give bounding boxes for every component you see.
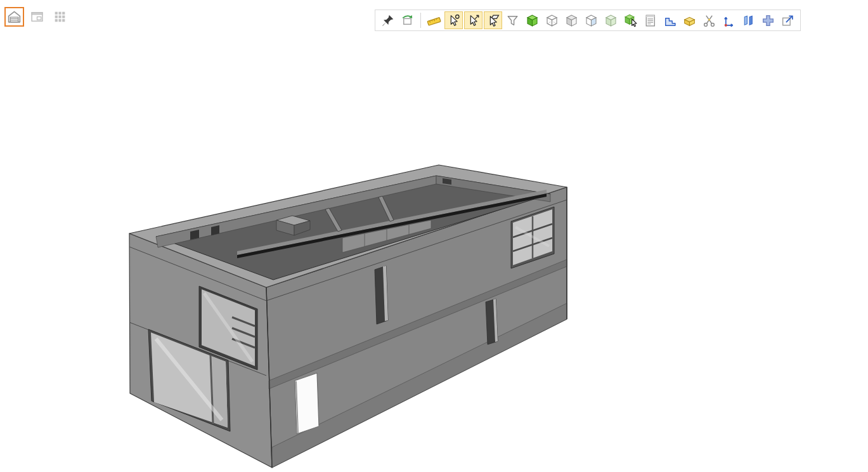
cut-button[interactable] <box>700 11 718 29</box>
wireframe-view-button[interactable] <box>543 11 561 29</box>
export-icon <box>781 13 795 28</box>
drawer-icon <box>682 13 697 28</box>
section-icon <box>663 13 677 28</box>
main-toolbar <box>375 10 801 31</box>
cube-half-icon <box>564 13 579 28</box>
slit-window-1 <box>375 266 388 324</box>
building-model <box>129 165 567 468</box>
model-view-button[interactable] <box>4 7 24 27</box>
face-view-button[interactable] <box>582 11 600 29</box>
toolbar-divider <box>420 13 421 28</box>
add-button[interactable] <box>759 11 777 29</box>
select-face-button[interactable] <box>484 11 502 29</box>
filter-button[interactable] <box>503 11 522 29</box>
cursor-move-icon <box>466 13 481 28</box>
grid-icon <box>53 10 67 24</box>
schedule-icon <box>643 13 657 28</box>
axes-button[interactable] <box>720 11 738 29</box>
3d-viewport[interactable] <box>0 0 868 472</box>
orbit-icon <box>400 13 415 28</box>
cube-face-icon <box>584 13 599 28</box>
filter-icon <box>505 13 520 28</box>
shaded-view-button[interactable] <box>602 11 620 29</box>
select-solid-button[interactable] <box>621 11 640 29</box>
cube-wire-icon <box>545 13 559 28</box>
orbit-button[interactable] <box>398 11 417 29</box>
pin-icon <box>380 13 395 28</box>
slit-window-2 <box>486 299 498 344</box>
sheet-icon <box>30 10 44 24</box>
schedule-button[interactable] <box>641 11 659 29</box>
measure-button[interactable] <box>425 11 443 29</box>
solid-view-button[interactable] <box>523 11 541 29</box>
panels-button[interactable] <box>739 11 758 29</box>
door-opening <box>295 373 319 434</box>
cube-cursor-icon <box>623 13 638 28</box>
plus-icon <box>761 13 775 28</box>
cube-solid-icon <box>525 13 540 28</box>
select-rotate-button[interactable] <box>444 11 463 29</box>
export-button[interactable] <box>779 11 797 29</box>
axes-icon <box>722 13 736 28</box>
select-move-button[interactable] <box>464 11 483 29</box>
hidden-line-view-button[interactable] <box>562 11 581 29</box>
storey-button[interactable] <box>680 11 699 29</box>
grid-view-button[interactable] <box>50 7 70 27</box>
cursor-face-icon <box>486 13 500 28</box>
sheet-view-button[interactable] <box>27 7 47 27</box>
scissors-icon <box>702 13 716 28</box>
section-button[interactable] <box>661 11 679 29</box>
cursor-rotate-icon <box>446 13 461 28</box>
building-icon <box>7 10 22 24</box>
cube-shaded-icon <box>604 13 618 28</box>
view-switcher-toolbar <box>4 7 70 27</box>
panels-icon <box>741 13 756 28</box>
application-window <box>0 0 868 472</box>
ruler-icon <box>427 13 441 28</box>
pin-button[interactable] <box>379 11 397 29</box>
